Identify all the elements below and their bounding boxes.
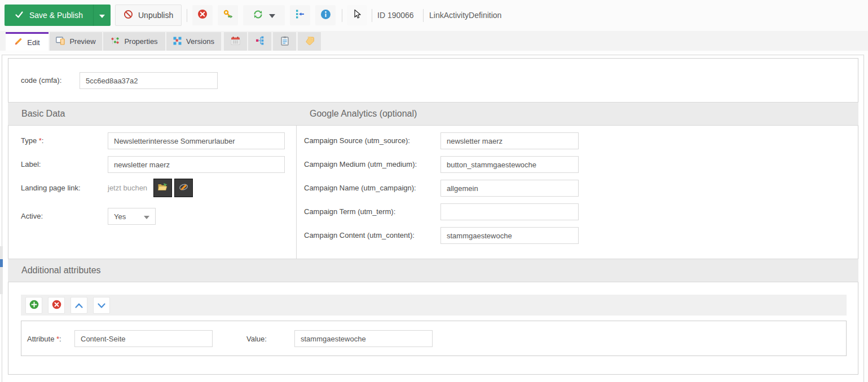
save-publish-label: Save & Publish (29, 11, 83, 20)
edit-link-button[interactable] (174, 179, 193, 197)
tab-versions-label: Versions (186, 37, 214, 46)
type-input[interactable] (108, 132, 285, 149)
save-publish-split-button[interactable]: Save & Publish (5, 5, 111, 26)
attributes-toolbar (21, 295, 847, 316)
value-input[interactable] (294, 330, 433, 347)
toolbar-separator (372, 9, 372, 22)
delete-button[interactable] (192, 5, 213, 25)
save-publish-button[interactable]: Save & Publish (5, 5, 93, 26)
pencil-link-icon (178, 183, 189, 194)
clipboard-icon (281, 36, 289, 47)
x-circle-icon (52, 300, 61, 312)
tab-scheduler[interactable] (224, 32, 247, 51)
column-divider (296, 126, 297, 259)
attribute-row: Attribute *: Value: (21, 321, 847, 356)
utm-content-input[interactable] (440, 227, 579, 244)
label-input[interactable] (108, 156, 285, 173)
google-analytics-header: Google Analytics (optional) (296, 102, 858, 126)
additional-attributes-title: Additional attributes (8, 259, 858, 282)
utm-campaign-input[interactable] (440, 180, 579, 197)
properties-dots-icon (111, 36, 120, 47)
move-down-button[interactable] (93, 297, 110, 314)
tab-edit-label: Edit (27, 38, 39, 47)
delete-circle-icon (197, 9, 208, 21)
top-toolbar: Save & Publish Unpublish (0, 0, 868, 31)
open-document-button[interactable] (153, 179, 172, 197)
unpublish-label: Unpublish (138, 11, 173, 20)
unpublish-button[interactable]: Unpublish (115, 5, 182, 26)
utm-source-input[interactable] (440, 132, 579, 149)
tab-edit[interactable]: Edit (6, 32, 49, 51)
cursor-arrow-icon (352, 9, 362, 21)
toolbar-separator (187, 9, 187, 22)
tab-preview[interactable]: Preview (50, 32, 102, 51)
additional-attributes-header: Additional attributes (8, 259, 858, 282)
active-field-label: Active: (21, 212, 43, 220)
utm-term-input[interactable] (440, 203, 579, 220)
utm-content-label: Campaign Content (utm_content): (304, 231, 415, 239)
value-field-label: Value: (246, 335, 267, 343)
chevron-down-icon (98, 300, 105, 310)
type-field-label: Type *: (21, 136, 43, 145)
pimcore-object-editor: Save & Publish Unpublish (0, 0, 868, 382)
utm-medium-input[interactable] (440, 156, 579, 173)
landing-page-link-label: Landing page link: (21, 184, 81, 192)
attribute-field-label: Attribute *: (27, 335, 61, 343)
utm-source-label: Campaign Source (utm_source): (304, 136, 410, 145)
active-select[interactable]: Yes (108, 208, 156, 225)
chevron-down-icon (99, 10, 105, 20)
calendar-icon (231, 36, 240, 47)
google-analytics-title: Google Analytics (optional) (296, 103, 858, 125)
tab-dependencies[interactable] (248, 32, 271, 51)
tree-locate-icon (295, 9, 305, 21)
object-form-panel: code (cmfa): Basic Data Google Analytics… (8, 58, 858, 375)
device-preview-icon (56, 37, 65, 47)
basic-data-header: Basic Data (8, 102, 296, 126)
info-button[interactable] (315, 5, 336, 25)
rename-key-button[interactable] (218, 5, 238, 25)
code-input[interactable] (80, 72, 218, 89)
org-chart-icon (255, 36, 265, 47)
chevron-down-icon (269, 10, 275, 20)
check-icon (15, 10, 24, 21)
utm-medium-label: Campaign Medium (utm_medium): (304, 160, 417, 168)
basic-data-title: Basic Data (8, 103, 296, 125)
tags-icon (305, 37, 315, 47)
save-options-dropdown[interactable] (93, 5, 111, 26)
key-icon (223, 9, 233, 22)
chevron-up-icon (75, 300, 83, 310)
plus-circle-icon (29, 300, 39, 312)
remove-attribute-button[interactable] (48, 297, 65, 314)
move-up-button[interactable] (71, 297, 87, 314)
pointer-mode-button[interactable] (347, 5, 367, 25)
tab-versions[interactable]: Versions (166, 32, 221, 51)
add-attribute-button[interactable] (25, 297, 42, 314)
locate-in-tree-button[interactable] (290, 5, 310, 25)
tab-properties-label: Properties (124, 37, 157, 46)
utm-term-label: Campaign Term (utm_term): (304, 207, 395, 216)
pencil-icon (14, 37, 23, 47)
no-entry-icon (124, 10, 133, 21)
chevron-down-icon (144, 212, 149, 221)
utm-campaign-label: Campaign Name (utm_campaign): (304, 184, 416, 192)
splitter-grip (0, 259, 3, 267)
editor-tabbar: Edit Preview Properties (0, 31, 868, 51)
code-field-label: code (cmfa): (21, 76, 61, 85)
toolbar-separator (423, 9, 424, 22)
object-id-label: ID 190066 (377, 0, 414, 31)
reload-split-button[interactable] (243, 5, 285, 25)
tab-tags[interactable] (298, 32, 321, 51)
toolbar-separator (342, 9, 342, 22)
versions-squares-icon (173, 37, 182, 47)
tab-properties[interactable]: Properties (103, 32, 165, 51)
tab-notes[interactable] (273, 32, 296, 51)
panel-splitter-handle[interactable] (0, 246, 3, 294)
folder-open-icon (157, 183, 168, 194)
tab-preview-label: Preview (69, 37, 95, 46)
refresh-icon (253, 9, 263, 22)
info-circle-icon (320, 9, 331, 22)
attribute-input[interactable] (74, 330, 213, 347)
object-class-label: LinkActivityDefinition (429, 0, 501, 31)
label-field-label: Label: (21, 160, 41, 168)
landing-page-link-value: jetzt buchen (108, 184, 147, 192)
